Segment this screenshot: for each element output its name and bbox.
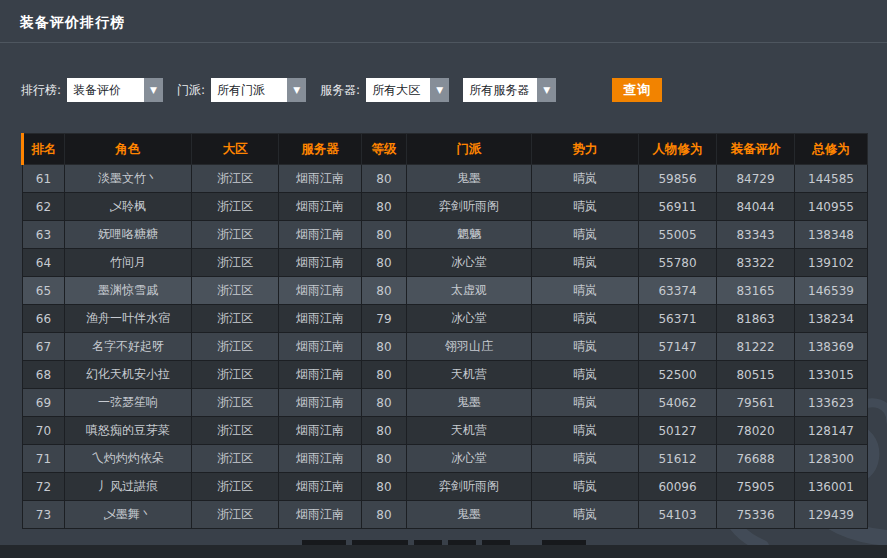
cell: 69: [23, 389, 65, 417]
cell: 54103: [639, 501, 717, 529]
cell: 59856: [639, 165, 717, 193]
server-select[interactable]: 所有服务器 ▼: [463, 78, 556, 102]
cell: 一弦瑟笙响: [65, 389, 192, 417]
table-row[interactable]: 66渔舟一叶伴水宿浙江区烟雨江南79冰心堂晴岚5637181863138234: [23, 305, 868, 333]
table-row[interactable]: 61淡墨文竹丶浙江区烟雨江南80鬼墨晴岚5985684729144585: [23, 165, 868, 193]
leaderboard-table: 排名角色大区服务器等级门派势力人物修为装备评价总修为 61淡墨文竹丶浙江区烟雨江…: [21, 133, 868, 529]
cell: 晴岚: [532, 277, 639, 305]
column-header: 装备评价: [717, 134, 795, 165]
cell: 76688: [717, 445, 795, 473]
cell: 54062: [639, 389, 717, 417]
cell: 竹间月: [65, 249, 192, 277]
cell: 晴岚: [532, 445, 639, 473]
cell: 140955: [795, 193, 868, 221]
cell: 57147: [639, 333, 717, 361]
table-row[interactable]: 72丿风过諶痕浙江区烟雨江南80弈剑听雨阁晴岚6009675905136001: [23, 473, 868, 501]
cell: 78020: [717, 417, 795, 445]
cell: 嗔怒痴的豆芽菜: [65, 417, 192, 445]
cell: 烟雨江南: [279, 361, 362, 389]
table-row[interactable]: 64竹间月浙江区烟雨江南80冰心堂晴岚5578083322139102: [23, 249, 868, 277]
cell: 80: [362, 249, 407, 277]
cell: 晴岚: [532, 389, 639, 417]
school-select[interactable]: 所有门派 ▼: [211, 78, 306, 102]
cell: 晴岚: [532, 221, 639, 249]
cell: 浙江区: [192, 249, 279, 277]
table-row[interactable]: 69一弦瑟笙响浙江区烟雨江南80鬼墨晴岚5406279561133623: [23, 389, 868, 417]
table-row[interactable]: 67名字不好起呀浙江区烟雨江南80翎羽山庄晴岚5714781222138369: [23, 333, 868, 361]
cell: 64: [23, 249, 65, 277]
cell: 烟雨江南: [279, 417, 362, 445]
cell: 133623: [795, 389, 868, 417]
column-header: 人物修为: [639, 134, 717, 165]
cell: 烟雨江南: [279, 165, 362, 193]
cell: 138348: [795, 221, 868, 249]
cell: 61: [23, 165, 65, 193]
cell: 烟雨江南: [279, 389, 362, 417]
cell: 晴岚: [532, 305, 639, 333]
column-header: 门派: [407, 134, 532, 165]
cell: 66: [23, 305, 65, 333]
cell: 晴岚: [532, 473, 639, 501]
cell: 75905: [717, 473, 795, 501]
title-bar: 装备评价排行榜: [0, 0, 887, 43]
cell: 51612: [639, 445, 717, 473]
column-header: 势力: [532, 134, 639, 165]
cell: 79: [362, 305, 407, 333]
table-row[interactable]: 68幻化天机安小拉浙江区烟雨江南80天机营晴岚5250080515133015: [23, 361, 868, 389]
table-row[interactable]: 73乄墨舞丶浙江区烟雨江南80鬼墨晴岚5410375336129439: [23, 501, 868, 529]
cell: 晴岚: [532, 165, 639, 193]
table-row[interactable]: 70嗔怒痴的豆芽菜浙江区烟雨江南80天机营晴岚5012778020128147: [23, 417, 868, 445]
school-select-value: 所有门派: [211, 78, 287, 102]
cell: 乄墨舞丶: [65, 501, 192, 529]
cell: 133015: [795, 361, 868, 389]
cell: 81222: [717, 333, 795, 361]
cell: 128147: [795, 417, 868, 445]
cell: 83322: [717, 249, 795, 277]
cell: 62: [23, 193, 65, 221]
cell: 56371: [639, 305, 717, 333]
cell: 浙江区: [192, 221, 279, 249]
column-header: 排名: [23, 134, 65, 165]
server-select-value: 所有服务器: [463, 78, 537, 102]
cell: 80515: [717, 361, 795, 389]
cell: 乄聆枫: [65, 193, 192, 221]
school-filter-label: 门派:: [177, 82, 205, 99]
cell: 天机营: [407, 417, 532, 445]
chevron-down-icon[interactable]: ▼: [537, 78, 556, 102]
cell: 138369: [795, 333, 868, 361]
search-button[interactable]: 查询: [612, 78, 662, 102]
table-row[interactable]: 65墨渊惊雪戚浙江区烟雨江南80太虚观晴岚6337483165146539: [23, 277, 868, 305]
cell: 晴岚: [532, 501, 639, 529]
cell: 烟雨江南: [279, 221, 362, 249]
chevron-down-icon[interactable]: ▼: [430, 78, 449, 102]
cell: 84044: [717, 193, 795, 221]
cell: 138234: [795, 305, 868, 333]
filter-bar: 排行榜: 装备评价 ▼ 门派: 所有门派 ▼ 服务器: 所有大区 ▼ 所有服务器…: [21, 78, 887, 102]
cell: 84729: [717, 165, 795, 193]
ranking-select-value: 装备评价: [67, 78, 144, 102]
table-row[interactable]: 62乄聆枫浙江区烟雨江南80弈剑听雨阁晴岚5691184044140955: [23, 193, 868, 221]
table-row[interactable]: 71乀灼灼灼依朵浙江区烟雨江南80冰心堂晴岚5161276688128300: [23, 445, 868, 473]
cell: 80: [362, 501, 407, 529]
cell: 淡墨文竹丶: [65, 165, 192, 193]
chevron-down-icon[interactable]: ▼: [287, 78, 306, 102]
cell: 139102: [795, 249, 868, 277]
server-filter-label: 服务器:: [320, 82, 360, 99]
cell: 烟雨江南: [279, 501, 362, 529]
cell: 70: [23, 417, 65, 445]
chevron-down-icon[interactable]: ▼: [144, 78, 163, 102]
cell: 60096: [639, 473, 717, 501]
table-row[interactable]: 63妩哩咯糖糖浙江区烟雨江南80魍魉晴岚5500583343138348: [23, 221, 868, 249]
ranking-select[interactable]: 装备评价 ▼: [67, 78, 163, 102]
cell: 67: [23, 333, 65, 361]
column-header: 等级: [362, 134, 407, 165]
cell: 80: [362, 277, 407, 305]
cell: 65: [23, 277, 65, 305]
cell: 浙江区: [192, 277, 279, 305]
cell: 63374: [639, 277, 717, 305]
cell: 129439: [795, 501, 868, 529]
cell: 烟雨江南: [279, 305, 362, 333]
region-select[interactable]: 所有大区 ▼: [366, 78, 449, 102]
cell: 鬼墨: [407, 165, 532, 193]
cell: 魍魉: [407, 221, 532, 249]
